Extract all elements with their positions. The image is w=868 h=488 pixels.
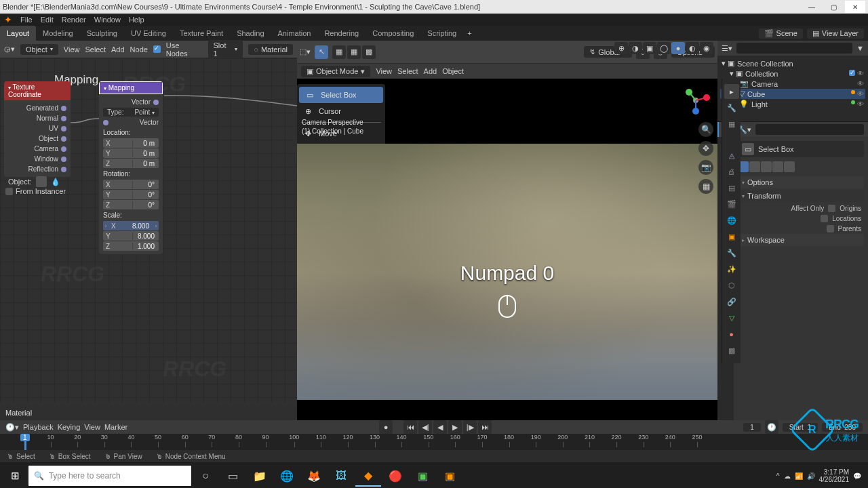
3d-viewport[interactable]: ⬚▾ ↖ ▦ ▦ ▩ ↯ Global ▾ ⬡ ◎ Options ▾ ▣ Ob… — [297, 41, 717, 420]
autokey-icon[interactable]: ● — [379, 420, 393, 434]
eyedropper-icon[interactable]: 💧 — [51, 178, 60, 186]
editor-type-icon[interactable]: ⬚▾ — [300, 47, 311, 56]
chrome-icon[interactable]: 🔴 — [382, 465, 408, 487]
tl-keying[interactable]: Keying — [58, 423, 81, 431]
gizmo-toggle-icon[interactable]: ⊕ — [614, 42, 628, 54]
tab-shading[interactable]: Shading — [230, 26, 271, 41]
workspace-panel-header[interactable]: Workspace — [738, 234, 864, 246]
jump-start-icon[interactable]: ⏮ — [403, 420, 417, 434]
tab-modeling[interactable]: Modeling — [36, 26, 80, 41]
prop-object[interactable]: ▣ — [724, 229, 739, 244]
tab-scripting[interactable]: Scripting — [420, 26, 463, 41]
slot-dropdown[interactable]: Slot 1 ▾ — [208, 40, 243, 59]
tray-volume-icon[interactable]: 🔊 — [807, 472, 815, 480]
mode-dropdown[interactable]: ▣ Object Mode ▾ — [301, 66, 370, 77]
prop-scene[interactable]: 🎬 — [724, 197, 739, 211]
jump-end-icon[interactable]: ⏭ — [478, 420, 492, 434]
blender-icon[interactable]: ◆ — [355, 465, 381, 487]
prop-material[interactable]: ● — [724, 327, 739, 342]
prop-particles[interactable]: ✨ — [724, 262, 739, 277]
system-clock[interactable]: 3:17 PM4/26/2021 — [819, 468, 850, 483]
prop-texture[interactable]: ▩ — [724, 343, 739, 358]
xray-icon[interactable]: ▣ — [643, 42, 656, 54]
mapping-type-dropdown[interactable]: Type:Point ▾ — [103, 108, 159, 117]
prop-render[interactable]: ◬ — [724, 148, 739, 163]
scale-x-field[interactable]: ‹X8.000› — [103, 221, 159, 230]
tab-compositing[interactable]: Compositing — [366, 26, 420, 41]
minimize-button[interactable]: — — [802, 1, 822, 13]
tl-marker[interactable]: Marker — [104, 423, 127, 431]
current-frame-field[interactable]: 1 — [743, 423, 761, 432]
preview-range-icon[interactable]: 🕐 — [765, 420, 778, 434]
vp-menu-add[interactable]: Add — [424, 67, 437, 75]
material-field[interactable]: ○Material — [248, 44, 293, 55]
menu-edit[interactable]: Edit — [41, 16, 54, 24]
vp-menu-select[interactable]: Select — [397, 67, 418, 75]
tab-layout[interactable]: Layout — [0, 26, 36, 41]
overlay-toggle-icon[interactable]: ◑ — [629, 42, 642, 54]
shader-menu-view[interactable]: View — [64, 45, 80, 54]
tl-view[interactable]: View — [84, 423, 100, 431]
rot-y-field[interactable]: Y0° — [103, 190, 159, 199]
loc-z-field[interactable]: Z0 m — [103, 159, 159, 168]
menu-window[interactable]: Window — [94, 16, 121, 24]
menu-file[interactable]: File — [20, 16, 33, 24]
keyframe-prev-icon[interactable]: ◀| — [418, 420, 432, 434]
maximize-button[interactable]: ▢ — [823, 1, 844, 13]
tab-rendering[interactable]: Rendering — [317, 26, 366, 41]
app-icon[interactable]: ▣ — [410, 465, 435, 487]
filter-icon[interactable]: ▼ — [856, 44, 864, 52]
play-reverse-icon[interactable]: ◀ — [433, 420, 447, 434]
taskbar-search[interactable]: 🔍 Type here to search — [28, 466, 191, 486]
sidetab-item[interactable]: ▸ — [724, 84, 739, 99]
tool-select-box[interactable]: ▭Select Box — [299, 87, 383, 103]
timeline-ruler[interactable]: 1020304050607080901001101201301401501601… — [0, 434, 868, 450]
mapping-node[interactable]: ▾ Mapping Vector Type:Point ▾ Vector Loc… — [99, 81, 163, 254]
sidetab-view[interactable]: ▦ — [724, 117, 739, 131]
tab-uvediting[interactable]: UV Editing — [124, 26, 173, 41]
use-nodes-checkbox[interactable] — [153, 45, 161, 53]
grid-icon-3[interactable]: ▩ — [362, 45, 376, 59]
tl-playback[interactable]: Playback — [23, 423, 54, 431]
parents-checkbox[interactable] — [827, 225, 834, 232]
loc-y-field[interactable]: Y0 m — [103, 148, 159, 158]
material-shading-icon[interactable]: ◐ — [686, 42, 699, 54]
vp-menu-view[interactable]: View — [376, 67, 392, 75]
playhead[interactable] — [24, 434, 26, 450]
edge-icon[interactable]: 🌐 — [274, 465, 300, 487]
wireframe-icon[interactable]: ◯ — [657, 42, 671, 54]
close-button[interactable]: ✕ — [845, 1, 865, 13]
perspective-icon[interactable]: ▦ — [698, 179, 713, 194]
vp-menu-object[interactable]: Object — [442, 67, 464, 75]
tab-animation[interactable]: Animation — [271, 26, 318, 41]
tree-camera[interactable]: 📷 Camera👁 — [720, 79, 865, 89]
cursor-tool-icon[interactable]: ↖ — [315, 45, 328, 59]
keyframe-next-icon[interactable]: |▶ — [463, 420, 477, 434]
props-search[interactable] — [755, 124, 864, 135]
outliner-search[interactable] — [736, 43, 852, 54]
tree-scene-collection[interactable]: ▾ ▣ Scene Collection — [720, 58, 865, 68]
solid-shading-icon[interactable]: ● — [671, 42, 685, 54]
prop-constraint[interactable]: 🔗 — [724, 294, 739, 309]
menu-help[interactable]: Help — [129, 16, 144, 24]
nav-gizmo[interactable] — [679, 84, 712, 117]
texture-coordinate-node[interactable]: ▾ Texture Coordinate Generated Normal UV… — [4, 81, 71, 177]
prop-output[interactable]: 🖨 — [724, 164, 739, 179]
cortana-icon[interactable]: ○ — [193, 465, 218, 487]
tray-wifi-icon[interactable]: 📶 — [795, 472, 803, 480]
loc-x-field[interactable]: X0 m — [103, 138, 159, 148]
shader-menu-add[interactable]: Add — [111, 45, 125, 54]
sidetab-tool[interactable]: 🔧 — [724, 100, 739, 115]
rot-z-field[interactable]: Z0° — [103, 200, 159, 209]
editor-type-icon[interactable]: ◶▾ — [4, 45, 15, 54]
tab-sculpting[interactable]: Sculpting — [80, 26, 124, 41]
grid-icon-2[interactable]: ▦ — [347, 45, 361, 59]
tree-collection[interactable]: ▾ ▣ Collection 👁 — [720, 68, 865, 79]
scale-y-field[interactable]: Y8.000 — [103, 231, 159, 241]
prop-physics[interactable]: ⬡ — [724, 278, 739, 293]
prop-world[interactable]: 🌐 — [724, 213, 739, 228]
app-icon-2[interactable]: ▣ — [437, 465, 462, 487]
play-icon[interactable]: ▶ — [448, 420, 462, 434]
origins-checkbox[interactable] — [828, 205, 835, 212]
node-canvas[interactable]: RRCG RRCG RRCG Mapping ▾ Texture Coordin… — [0, 58, 297, 403]
